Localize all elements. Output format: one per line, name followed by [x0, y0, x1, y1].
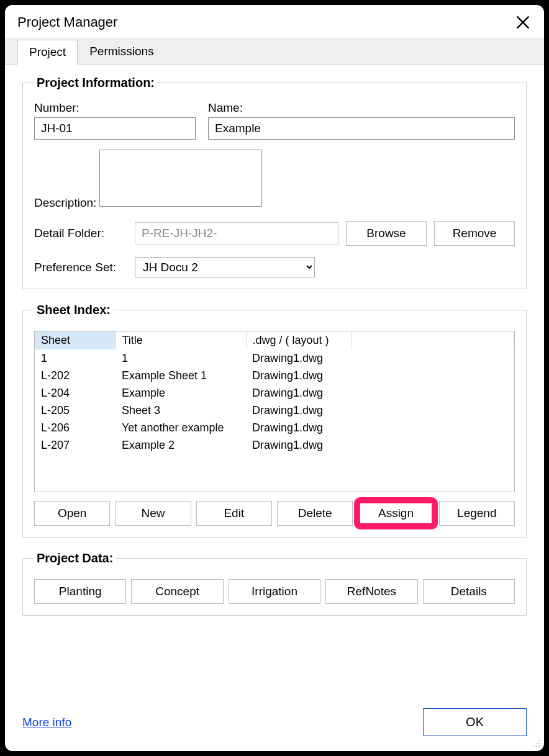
tab-permissions[interactable]: Permissions [78, 39, 165, 64]
description-field[interactable] [99, 150, 262, 207]
titlebar: Project Manager [5, 5, 544, 38]
col-dwg[interactable]: .dwg / ( layout ) [246, 331, 352, 349]
cell-dwg: Drawing1.dwg [246, 436, 352, 454]
cell-title: 1 [116, 349, 246, 367]
window-title: Project Manager [17, 14, 117, 30]
cell-title: Example 2 [116, 436, 246, 454]
project-manager-window: Project Manager Project Permissions Proj… [5, 5, 544, 751]
concept-button[interactable]: Concept [131, 579, 223, 604]
cell-sheet: L-204 [35, 384, 116, 402]
number-label: Number: [34, 101, 196, 115]
close-icon[interactable] [514, 14, 532, 31]
description-label: Description: [34, 196, 96, 209]
project-data-group: Project Data: Planting Concept Irrigatio… [22, 551, 527, 616]
tabstrip: Project Permissions [5, 38, 544, 64]
cell-sheet: L-207 [35, 436, 116, 454]
table-row[interactable]: L-206Yet another exampleDrawing1.dwg [35, 419, 514, 436]
resize-grip-icon[interactable] [530, 737, 540, 747]
ok-button[interactable]: OK [423, 708, 527, 736]
more-info-link[interactable]: More info [22, 716, 71, 729]
cell-dwg: Drawing1.dwg [246, 384, 352, 402]
svg-point-3 [536, 745, 537, 747]
table-row[interactable]: L-205Sheet 3Drawing1.dwg [35, 402, 514, 419]
svg-point-7 [538, 740, 540, 742]
delete-button[interactable]: Delete [277, 501, 353, 526]
edit-button[interactable]: Edit [196, 501, 272, 526]
col-sheet[interactable]: Sheet [35, 331, 116, 349]
preference-set-label: Preference Set: [34, 261, 127, 274]
table-row[interactable]: L-202Example Sheet 1Drawing1.dwg [35, 367, 514, 384]
col-spacer [352, 331, 514, 349]
cell-dwg: Drawing1.dwg [246, 419, 352, 436]
legend-button[interactable]: Legend [439, 501, 515, 526]
sheet-table[interactable]: Sheet Title .dwg / ( layout ) 11Drawing1… [34, 331, 515, 492]
table-row[interactable]: L-207Example 2Drawing1.dwg [35, 436, 514, 454]
browse-button[interactable]: Browse [346, 221, 427, 246]
cell-title: Example [116, 384, 246, 402]
preference-set-select[interactable]: JH Docu 2 [135, 257, 315, 277]
refnotes-button[interactable]: RefNotes [325, 579, 417, 604]
tab-content-project: Project Information: Number: Name: Descr… [5, 64, 544, 708]
detail-folder-label: Detail Folder: [34, 227, 127, 240]
svg-point-6 [538, 743, 540, 744]
cell-sheet: L-202 [35, 367, 116, 384]
planting-button[interactable]: Planting [34, 579, 126, 604]
cell-sheet: L-206 [35, 419, 116, 436]
col-title[interactable]: Title [116, 331, 246, 349]
cell-title: Sheet 3 [116, 402, 246, 419]
table-row[interactable]: 11Drawing1.dwg [35, 349, 514, 367]
project-information-group: Project Information: Number: Name: Descr… [22, 76, 527, 289]
cell-dwg: Drawing1.dwg [246, 402, 352, 419]
svg-point-4 [538, 745, 540, 747]
cell-dwg: Drawing1.dwg [246, 367, 352, 384]
detail-folder-field [135, 222, 338, 245]
cell-title: Yet another example [116, 419, 246, 436]
new-button[interactable]: New [115, 501, 191, 526]
cell-title: Example Sheet 1 [116, 367, 246, 384]
svg-point-5 [536, 743, 537, 744]
cell-dwg: Drawing1.dwg [246, 349, 352, 367]
table-row[interactable]: L-204ExampleDrawing1.dwg [35, 384, 514, 402]
details-button[interactable]: Details [423, 579, 515, 604]
project-data-legend: Project Data: [34, 551, 116, 565]
assign-button[interactable]: Assign [358, 501, 433, 526]
tab-project[interactable]: Project [17, 40, 78, 65]
sheet-index-legend: Sheet Index: [34, 303, 113, 317]
cell-sheet: 1 [35, 349, 116, 367]
project-info-legend: Project Information: [34, 76, 157, 90]
sheet-index-group: Sheet Index: Sheet Title .dwg / ( layout… [22, 303, 527, 538]
dialog-footer: More info OK [5, 708, 544, 751]
irrigation-button[interactable]: Irrigation [229, 579, 320, 604]
name-label: Name: [208, 101, 515, 115]
number-field[interactable] [34, 117, 196, 140]
name-field[interactable] [208, 117, 515, 140]
open-button[interactable]: Open [34, 501, 110, 526]
svg-point-2 [533, 745, 535, 747]
cell-sheet: L-205 [35, 402, 116, 419]
remove-button[interactable]: Remove [434, 221, 515, 246]
